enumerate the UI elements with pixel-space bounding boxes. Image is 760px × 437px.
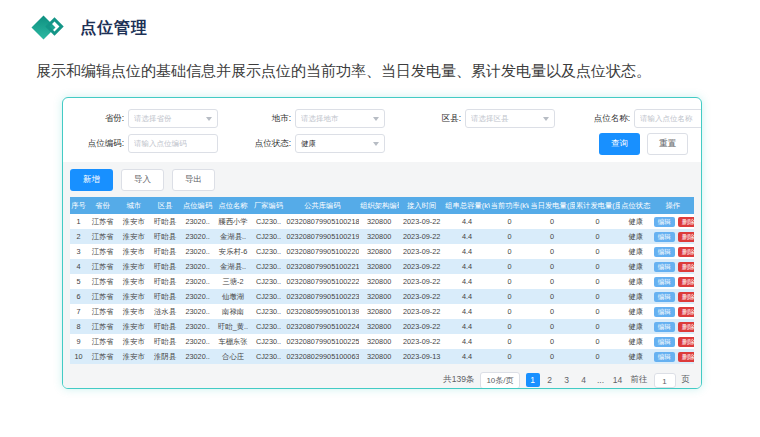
table-cell-point_code: 23020.. bbox=[181, 244, 215, 259]
table-header-cell: 接入时间 bbox=[399, 197, 444, 214]
table-cell-public_code: 023208079905100220 bbox=[286, 244, 360, 259]
delete-button[interactable]: 删除 bbox=[678, 307, 694, 317]
table-cell-seq: 9 bbox=[70, 334, 87, 349]
pagination-page-4[interactable]: 4 bbox=[577, 373, 591, 387]
delete-button[interactable]: 删除 bbox=[678, 292, 694, 302]
table-cell-city: 淮安市 bbox=[118, 334, 149, 349]
table-cell-status: 健康 bbox=[620, 349, 651, 364]
page-suffix: 页 bbox=[682, 374, 691, 386]
chevron-down-icon bbox=[373, 142, 379, 146]
edit-button[interactable]: 编辑 bbox=[654, 352, 675, 362]
table-cell-seq: 5 bbox=[70, 274, 87, 289]
table-cell-capacity: 4.4 bbox=[444, 259, 489, 274]
table-cell-public_code: 023208079905100221 bbox=[286, 259, 360, 274]
table-cell-status: 健康 bbox=[620, 289, 651, 304]
point-code-input[interactable]: 请输入点位编码 bbox=[128, 134, 218, 153]
table-cell-city: 淮安市 bbox=[118, 229, 149, 244]
edit-button[interactable]: 编辑 bbox=[654, 292, 675, 302]
table-cell-province: 江苏省 bbox=[87, 274, 118, 289]
pagination-page-1[interactable]: 1 bbox=[526, 373, 540, 387]
province-select[interactable]: 请选择省份 bbox=[128, 109, 218, 128]
table-cell-city: 淮安市 bbox=[118, 214, 149, 229]
pagination-page-14[interactable]: 14 bbox=[611, 373, 625, 387]
pagination-page-3[interactable]: 3 bbox=[560, 373, 574, 387]
point-name-placeholder: 请输入点位名称 bbox=[640, 114, 693, 124]
table-cell-city: 淮安市 bbox=[118, 319, 149, 334]
point-status-select[interactable]: 健康 bbox=[295, 134, 385, 153]
table-cell-point_name: 车棚东张 bbox=[215, 334, 252, 349]
table-cell-access_time: 2023-09-22 bbox=[399, 244, 444, 259]
point-name-input[interactable]: 请输入点位名称 bbox=[634, 109, 702, 128]
point-code-label: 点位编码: bbox=[70, 138, 128, 150]
table-cell-province: 江苏省 bbox=[87, 289, 118, 304]
city-select[interactable]: 请选择地市 bbox=[295, 109, 385, 128]
delete-button[interactable]: 删除 bbox=[678, 277, 694, 287]
table-cell-org_code: 320800 bbox=[359, 304, 399, 319]
table-cell-point_name: 金湖县.. bbox=[215, 229, 252, 244]
edit-button[interactable]: 编辑 bbox=[654, 277, 675, 287]
table-cell-actions: 编辑删除 bbox=[651, 304, 694, 319]
search-button[interactable]: 查询 bbox=[599, 133, 640, 155]
page-size-select[interactable]: 10条/页 bbox=[480, 372, 519, 389]
table-cell-point_code: 23020.. bbox=[181, 334, 215, 349]
table-cell-city: 淮安市 bbox=[118, 349, 149, 364]
edit-button[interactable]: 编辑 bbox=[654, 322, 675, 332]
delete-button[interactable]: 删除 bbox=[678, 247, 694, 257]
page-header: 点位管理 bbox=[0, 0, 760, 42]
table-cell-capacity: 4.4 bbox=[444, 304, 489, 319]
delete-button[interactable]: 删除 bbox=[678, 262, 694, 272]
table-cell-actions: 编辑删除 bbox=[651, 349, 694, 364]
table-cell-total: 0 bbox=[575, 319, 620, 334]
edit-button[interactable]: 编辑 bbox=[654, 232, 675, 242]
table-header-cell: 点位状态 bbox=[620, 197, 651, 214]
edit-button[interactable]: 编辑 bbox=[654, 247, 675, 257]
reset-button[interactable]: 重置 bbox=[647, 133, 688, 155]
pagination-page-2[interactable]: 2 bbox=[543, 373, 557, 387]
table-row: 6江苏省淮安市盱眙县23020..仙墩湖CJ230..0232080799051… bbox=[70, 289, 694, 304]
delete-button[interactable]: 删除 bbox=[678, 337, 694, 347]
table-cell-total: 0 bbox=[575, 214, 620, 229]
district-select[interactable]: 请选择区县 bbox=[465, 109, 555, 128]
table-cell-district: 盱眙县 bbox=[149, 244, 180, 259]
table-cell-status: 健康 bbox=[620, 214, 651, 229]
table-cell-org_code: 320800 bbox=[359, 274, 399, 289]
chevron-down-icon bbox=[543, 117, 549, 121]
table-cell-actions: 编辑删除 bbox=[651, 319, 694, 334]
table-cell-seq: 7 bbox=[70, 304, 87, 319]
delete-button[interactable]: 删除 bbox=[678, 322, 694, 332]
table-cell-district: 盱眙县 bbox=[149, 229, 180, 244]
add-button[interactable]: 新增 bbox=[70, 169, 113, 191]
table-cell-district: 淮阴县 bbox=[149, 349, 180, 364]
table-cell-power: 0 bbox=[490, 259, 530, 274]
import-button[interactable]: 导入 bbox=[121, 169, 164, 191]
table-cell-actions: 编辑删除 bbox=[651, 244, 694, 259]
table-cell-district: 盱眙县 bbox=[149, 319, 180, 334]
table-cell-seq: 1 bbox=[70, 214, 87, 229]
table-cell-status: 健康 bbox=[620, 229, 651, 244]
delete-button[interactable]: 删除 bbox=[678, 232, 694, 242]
export-button[interactable]: 导出 bbox=[172, 169, 215, 191]
point-status-label: 点位状态: bbox=[237, 138, 295, 150]
table-cell-point_code: 23020.. bbox=[181, 304, 215, 319]
table-cell-seq: 10 bbox=[70, 349, 87, 364]
goto-page-input[interactable]: 1 bbox=[654, 373, 676, 388]
table-cell-daily: 0 bbox=[529, 334, 574, 349]
table-cell-actions: 编辑删除 bbox=[651, 289, 694, 304]
table-cell-vendor_code: CJ230.. bbox=[251, 289, 285, 304]
district-label: 区县: bbox=[407, 113, 465, 125]
table-cell-seq: 6 bbox=[70, 289, 87, 304]
delete-button[interactable]: 删除 bbox=[678, 217, 694, 227]
table-cell-org_code: 320800 bbox=[359, 349, 399, 364]
edit-button[interactable]: 编辑 bbox=[654, 337, 675, 347]
edit-button[interactable]: 编辑 bbox=[654, 217, 675, 227]
edit-button[interactable]: 编辑 bbox=[654, 307, 675, 317]
table-header-cell: 累计发电量(度) bbox=[575, 197, 620, 214]
pagination-ellipsis: ... bbox=[594, 373, 608, 387]
delete-button[interactable]: 删除 bbox=[678, 352, 694, 362]
edit-button[interactable]: 编辑 bbox=[654, 262, 675, 272]
table-cell-point_code: 23020.. bbox=[181, 349, 215, 364]
table-cell-public_code: 023208079905100223 bbox=[286, 289, 360, 304]
point-code-placeholder: 请输入点位编码 bbox=[134, 139, 187, 149]
table-cell-access_time: 2023-09-22 bbox=[399, 304, 444, 319]
page-title: 点位管理 bbox=[80, 18, 148, 39]
